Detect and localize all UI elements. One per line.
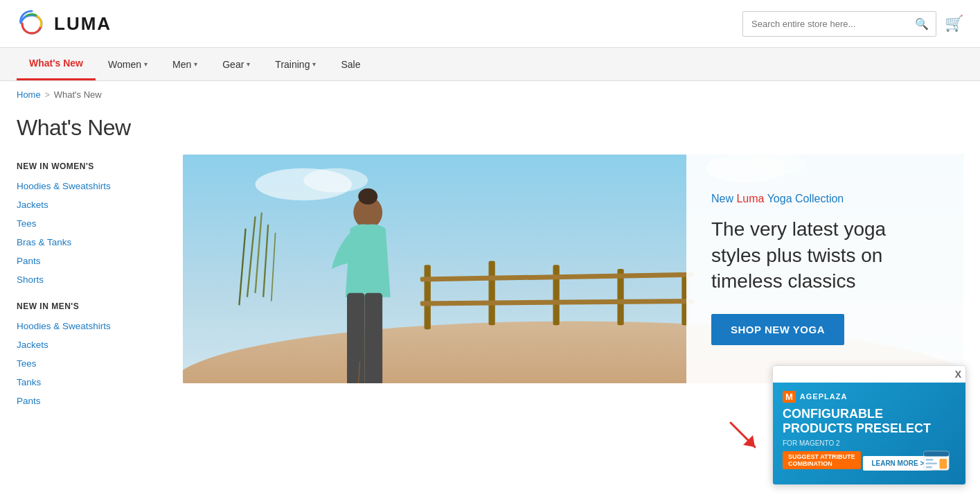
search-bar: 🔍 [742,11,936,37]
nav-item-gear[interactable]: Gear ▾ [210,49,262,80]
chevron-down-icon: ▾ [194,60,197,68]
svg-line-32 [731,423,755,428]
logo-area[interactable]: LUMA [17,8,112,39]
site-header: LUMA 🔍 🛒 [0,0,980,48]
popup-content: M AGEPLAZA CONFIGURABLEPRODUCTS PRESELEC… [773,383,965,428]
popup-header: X [773,366,965,383]
sidebar-link-women-tees[interactable]: Tees [17,216,169,231]
popup-logo-m: M [783,391,796,403]
nav-item-training[interactable]: Training ▾ [262,49,328,80]
search-input[interactable] [743,13,908,35]
sidebar-link-women-shorts[interactable]: Shorts [17,272,169,288]
nav-item-women[interactable]: Women ▾ [96,49,160,80]
nav-item-sale[interactable]: Sale [328,49,373,80]
sidebar-link-women-jackets[interactable]: Jackets [17,197,169,213]
shop-yoga-button[interactable]: Shop New Yoga [711,314,844,345]
sidebar-link-men-jackets[interactable]: Jackets [17,337,169,353]
sidebar-link-men-tanks[interactable]: Tanks [17,374,169,390]
hero-brand-name: Luma [736,193,764,204]
popup-banner: X M AGEPLAZA CONFIGURABLEPRODUCTS PRESEL… [772,365,966,428]
chevron-down-icon: ▾ [312,60,316,68]
svg-rect-22 [365,293,383,383]
hero-banner: New Luma Yoga Collection The very latest… [183,155,963,383]
main-nav: What's New Women ▾ Men ▾ Gear ▾ Training… [0,48,980,81]
page-title: What's New [17,115,963,141]
red-arrow-annotation [724,416,765,428]
sidebar-link-men-hoodies[interactable]: Hoodies & Sweatshirts [17,318,169,334]
breadcrumb-separator: > [45,90,50,100]
nav-item-whats-new[interactable]: What's New [17,48,96,80]
popup-title: CONFIGURABLEPRODUCTS PRESELECT [783,407,956,428]
header-right: 🔍 🛒 [742,11,963,37]
svg-rect-9 [553,265,559,325]
breadcrumb: Home > What's New [0,81,980,108]
breadcrumb-current: What's New [54,89,102,100]
breadcrumb-home[interactable]: Home [17,89,41,100]
sidebar-section-men-title: NEW IN MEN'S [17,301,169,311]
nav-item-men[interactable]: Men ▾ [160,49,210,80]
sidebar-link-women-bras-tanks[interactable]: Bras & Tanks [17,234,169,250]
chevron-down-icon: ▾ [247,60,250,68]
sidebar: NEW IN WOMEN'S Hoodies & Sweatshirts Jac… [17,155,183,412]
popup-close-button[interactable]: X [955,369,961,380]
svg-rect-8 [489,261,495,325]
sidebar-link-women-pants[interactable]: Pants [17,253,169,269]
popup-logo-area: M AGEPLAZA [783,391,956,403]
logo-text: LUMA [54,13,112,35]
sidebar-link-men-pants[interactable]: Pants [17,393,169,409]
sidebar-link-men-tees[interactable]: Tees [17,356,169,371]
search-button[interactable]: 🔍 [908,12,936,36]
hero-tagline: The very latest yoga styles plus twists … [711,216,938,295]
svg-point-20 [358,189,377,204]
sidebar-section-women-title: NEW IN WOMEN'S [17,161,169,171]
sidebar-link-women-hoodies[interactable]: Hoodies & Sweatshirts [17,178,169,194]
hero-card: New Luma Yoga Collection The very latest… [686,155,963,383]
svg-point-3 [303,168,368,193]
popup-logo-text: AGEPLAZA [800,392,848,401]
chevron-down-icon: ▾ [144,60,148,68]
cart-button[interactable]: 🛒 [945,15,963,33]
svg-rect-21 [347,293,365,383]
page-title-area: What's New [0,108,980,155]
luma-logo-icon [17,8,47,39]
hero-collection-label: New Luma Yoga Collection [711,193,938,205]
svg-rect-7 [425,265,431,329]
